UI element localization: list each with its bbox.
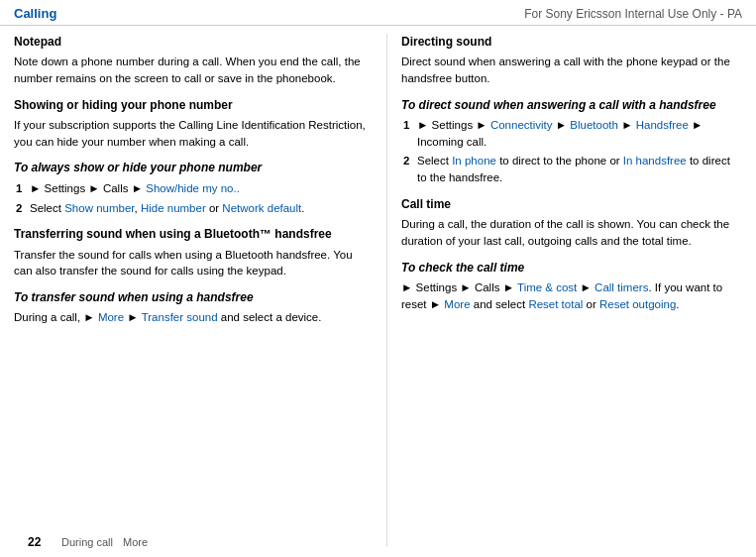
section-showing-hiding: Showing or hiding your phone number If y… xyxy=(14,97,373,151)
step-num-2: 2 xyxy=(16,200,30,217)
section-direct-sound-how: To direct sound when answering a call wi… xyxy=(401,97,742,186)
notepad-body: Note down a phone number during a call. … xyxy=(14,54,373,86)
check-time-body: ► Settings ► Calls ► Time & cost ► Call … xyxy=(401,279,742,312)
calling-label: Calling xyxy=(14,6,56,21)
always-show-title: To always show or hide your phone number xyxy=(14,160,373,176)
section-check-call-time: To check the call time ► Settings ► Call… xyxy=(401,260,742,313)
right-column: Directing sound Direct sound when answer… xyxy=(386,34,756,547)
content-area: Notepad Note down a phone number during … xyxy=(0,26,756,547)
transfer-how-body: During a call, ► More ► Transfer sound a… xyxy=(14,309,373,326)
always-show-steps: 1 ► Settings ► Calls ► Show/hide my no..… xyxy=(16,180,373,216)
page-number: 22 xyxy=(14,531,54,553)
section-directing-sound: Directing sound Direct sound when answer… xyxy=(401,34,742,87)
bottom-bar: 22 During call More xyxy=(0,527,756,557)
direct-step-num-2: 2 xyxy=(403,153,417,169)
section-transfer-sound-how: To transfer sound when using a handsfree… xyxy=(14,289,373,326)
showing-hiding-title: Showing or hiding your phone number xyxy=(14,97,373,114)
left-column: Notepad Note down a phone number during … xyxy=(0,34,386,547)
call-time-body: During a call, the duration of the call … xyxy=(401,216,742,249)
page-header: Calling For Sony Ericsson Internal Use O… xyxy=(0,0,756,26)
directing-body: Direct sound when answering a call with … xyxy=(401,54,742,86)
direct-step-2: 2 Select In phone to direct to the phone… xyxy=(403,153,742,185)
more-label: More xyxy=(123,536,148,548)
step-text-1: ► Settings ► Calls ► Show/hide my no.. xyxy=(30,180,240,197)
direct-how-steps: 1 ► Settings ► Connectivity ► Bluetooth … xyxy=(403,117,742,186)
showing-hiding-body: If your subscription supports the Callin… xyxy=(14,117,373,150)
section-call-time: Call time During a call, the duration of… xyxy=(401,196,742,250)
transferring-title: Transferring sound when using a Bluetoot… xyxy=(14,226,373,243)
direct-step-text-2: Select In phone to direct to the phone o… xyxy=(417,153,742,185)
section-always-show: To always show or hide your phone number… xyxy=(14,160,373,216)
check-time-title: To check the call time xyxy=(401,260,742,277)
page-subtitle: For Sony Ericsson Internal Use Only - PA xyxy=(524,7,742,21)
step-num-1: 1 xyxy=(16,180,30,197)
section-transferring-sound: Transferring sound when using a Bluetoot… xyxy=(14,226,373,279)
always-show-step-1: 1 ► Settings ► Calls ► Show/hide my no.. xyxy=(16,180,373,197)
notepad-title: Notepad xyxy=(14,34,373,51)
direct-how-title: To direct sound when answering a call wi… xyxy=(401,97,742,114)
call-time-title: Call time xyxy=(401,196,742,213)
directing-title: Directing sound xyxy=(401,34,742,51)
direct-step-num-1: 1 xyxy=(403,117,417,134)
always-show-step-2: 2 Select Show number, Hide number or Net… xyxy=(16,200,373,217)
section-notepad: Notepad Note down a phone number during … xyxy=(14,34,373,87)
transferring-body: Transfer the sound for calls when using … xyxy=(14,247,373,279)
direct-step-text-1: ► Settings ► Connectivity ► Bluetooth ► … xyxy=(417,117,742,150)
direct-step-1: 1 ► Settings ► Connectivity ► Bluetooth … xyxy=(403,117,742,150)
step-text-2: Select Show number, Hide number or Netwo… xyxy=(30,200,304,217)
transfer-how-title: To transfer sound when using a handsfree xyxy=(14,289,373,306)
during-call-label: During call xyxy=(61,536,113,548)
